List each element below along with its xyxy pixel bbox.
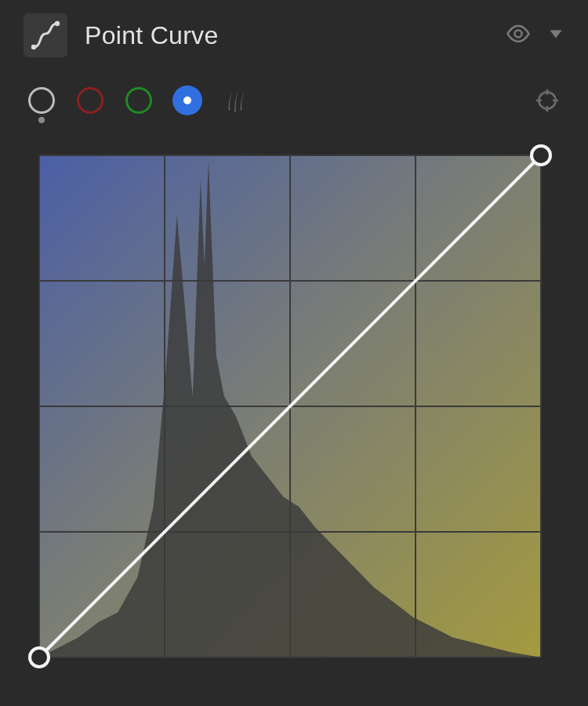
channel-blue-button[interactable] [172, 86, 202, 115]
panel-header: Point Curve [24, 8, 564, 63]
curve-graph [24, 140, 557, 673]
circle-icon [77, 87, 103, 114]
header-controls [505, 20, 564, 50]
wave-icon [221, 85, 251, 116]
curve-point-shadow[interactable] [30, 648, 49, 667]
svg-point-0 [31, 45, 36, 49]
s-curve-icon [30, 20, 61, 51]
circle-icon [125, 87, 152, 114]
parametric-curve-button[interactable] [221, 86, 251, 115]
visibility-toggle[interactable] [505, 20, 532, 50]
selected-dot-icon [183, 96, 191, 104]
channel-red-button[interactable] [75, 86, 105, 115]
curve-mode-button[interactable] [24, 13, 67, 57]
point-curve-panel: Point Curve [0, 0, 588, 706]
targeted-adjustment-button[interactable] [535, 86, 564, 115]
luma-pin-icon [38, 117, 45, 123]
panel-title: Point Curve [85, 21, 488, 50]
curve-point-highlight[interactable] [532, 146, 550, 165]
eye-icon [505, 20, 532, 47]
triangle-down-icon [547, 25, 564, 42]
target-icon [535, 86, 560, 115]
channel-selector-row [24, 77, 564, 124]
channel-luma-button[interactable] [27, 86, 56, 115]
channel-green-button[interactable] [124, 86, 154, 115]
svg-point-1 [55, 21, 60, 26]
panel-menu-button[interactable] [547, 25, 564, 45]
circle-icon [28, 87, 55, 114]
curve-editor[interactable] [24, 140, 557, 673]
svg-point-2 [514, 30, 521, 37]
